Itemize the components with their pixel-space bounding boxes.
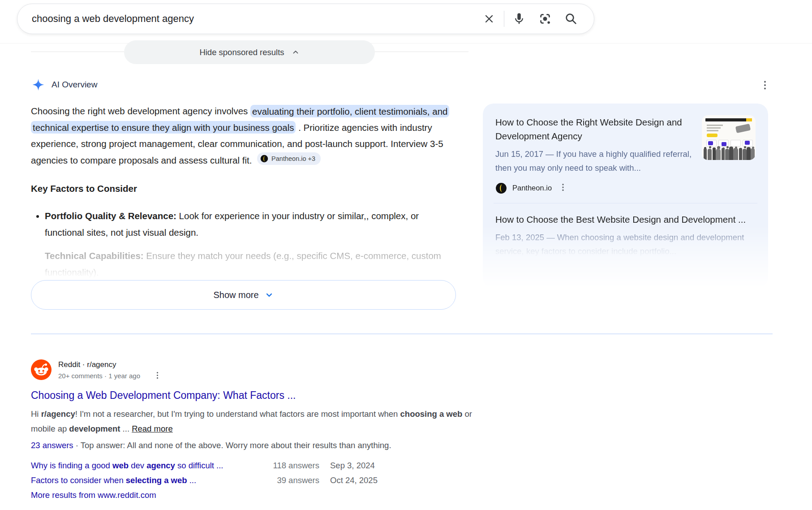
ai-overview-header: AI Overview — [31, 77, 456, 92]
snippet-bold: r/agency — [41, 409, 75, 419]
answers-line: 23 answers · Top answer: All and none of… — [31, 438, 483, 453]
hide-sponsored-results-button[interactable]: Hide sponsored results — [124, 40, 375, 64]
search-result-reddit: Reddit · r/agency 20+ comments · 1 year … — [31, 359, 483, 502]
search-bar-icons — [476, 8, 584, 30]
more-results-link[interactable]: More results from www.reddit.com — [31, 490, 156, 500]
reddit-favicon[interactable] — [31, 359, 52, 380]
search-input[interactable]: choosing a web development agency — [32, 13, 476, 25]
result-header: Reddit · r/agency 20+ comments · 1 year … — [31, 359, 483, 382]
result-menu-icon[interactable] — [152, 370, 163, 382]
result-sublinks: Why is finding a good web dev agency so … — [31, 458, 483, 488]
header-divider — [0, 43, 812, 43]
pantheon-logo-icon — [495, 182, 507, 194]
thumbnail-image-shape — [735, 124, 751, 133]
thumbnail-bubble-shape — [708, 141, 713, 145]
result-meta: 20+ comments · 1 year ago — [58, 371, 140, 381]
snippet-bold: development — [69, 424, 120, 433]
source-chip-button[interactable]: Pantheon.io +3 — [257, 152, 321, 165]
thumbnail-text-line — [707, 130, 718, 131]
key-factors-heading: Key Factors to Consider — [31, 181, 456, 197]
ai-overview-paragraph: Choosing the right web development agenc… — [31, 103, 456, 169]
snippet-text: Hi — [31, 409, 41, 419]
sublink-row-1-date: Sep 3, 2024 — [330, 458, 483, 473]
chevron-down-icon — [265, 290, 274, 299]
snippet-bold: choosing a web — [400, 409, 463, 419]
ai-overview-section: AI Overview Choosing the right web devel… — [31, 77, 456, 310]
thumbnail-accent — [746, 118, 752, 121]
thumbnail-header-bar — [705, 118, 752, 121]
search-bar[interactable]: choosing a web development agency — [17, 4, 594, 34]
bullet-bold-text: Portfolio Quality & Relevance: — [45, 211, 176, 221]
search-bar-divider — [504, 11, 504, 27]
show-more-container: Show more — [31, 280, 456, 310]
article-thumbnail[interactable] — [702, 115, 756, 160]
sublink-row-1-link[interactable]: Why is finding a good web dev agency so … — [31, 458, 258, 473]
clear-icon[interactable] — [476, 8, 502, 30]
source-menu-icon[interactable] — [557, 182, 569, 194]
ai-overview-bottom-divider — [31, 333, 773, 334]
hide-sponsored-results-label: Hide sponsored results — [199, 48, 284, 57]
source-card-title[interactable]: How to Choose the Best Website Design an… — [495, 212, 756, 226]
sublink-row-2-answers: 39 answers — [268, 473, 319, 488]
answers-count-link[interactable]: 23 answers — [31, 441, 73, 450]
result-source-block: Reddit · r/agency 20+ comments · 1 year … — [58, 359, 163, 382]
sublink-row-2-date: Oct 24, 2025 — [330, 473, 483, 488]
ai-overview-label: AI Overview — [52, 80, 97, 90]
result-snippet: Hi r/agency! I'm not a researcher, but I… — [31, 407, 483, 436]
thumbnail-bubble-shape — [745, 141, 750, 145]
result-title-link[interactable]: Choosing a Web Development Company: What… — [31, 389, 296, 402]
chevron-up-icon — [292, 48, 300, 56]
microphone-icon[interactable] — [506, 8, 532, 30]
show-more-button[interactable]: Show more — [31, 280, 456, 310]
sparkle-icon — [31, 78, 46, 91]
pantheon-logo-icon — [260, 155, 268, 163]
source-card-snippet: Feb 13, 2025 — When choosing a website d… — [495, 230, 756, 258]
result-source-name[interactable]: Reddit · r/agency — [58, 359, 163, 370]
card-divider — [494, 203, 757, 203]
ai-overview-sources-panel: How to Choose the Right Website Design a… — [483, 104, 768, 288]
thumbnail-button-shape — [707, 134, 717, 137]
snippet-text: ... — [120, 424, 132, 433]
source-card: How to Choose the Right Website Design a… — [495, 115, 756, 175]
source-attribution-row: Pantheon.io — [495, 182, 756, 194]
source-chip-label: Pantheon.io +3 — [271, 155, 315, 162]
sublink-row-2-link[interactable]: Factors to consider when selecting a web… — [31, 473, 258, 488]
more-results-link-row: More results from www.reddit.com — [31, 488, 483, 502]
show-more-label: Show more — [213, 290, 258, 300]
source-name[interactable]: Pantheon.io — [512, 184, 552, 192]
source-card: How to Choose the Best Website Design an… — [495, 212, 756, 258]
lens-camera-icon[interactable] — [532, 8, 558, 30]
list-item: Portfolio Quality & Relevance: Look for … — [45, 208, 456, 241]
top-answer-text: · Top answer: All and none of the above.… — [73, 441, 391, 450]
source-card-text: How to Choose the Right Website Design a… — [495, 115, 694, 175]
thumbnail-text-line — [707, 127, 721, 129]
snippet-text: ! I'm not a researcher, but I'm trying t… — [75, 409, 400, 419]
thumbnail-bubble-shape — [722, 142, 726, 146]
bullet-bold-text: Technical Capabilities: — [45, 251, 144, 261]
ai-overview-menu-icon[interactable] — [758, 79, 772, 93]
source-card-snippet: Jun 15, 2017 — If you have a highly qual… — [495, 147, 694, 175]
source-card-title[interactable]: How to Choose the Right Website Design a… — [495, 115, 694, 143]
sublink-row-1-answers: 118 answers — [268, 458, 319, 473]
thumbnail-crowd-bodies — [704, 148, 707, 160]
thumbnail-text-line — [707, 125, 723, 126]
paragraph-text: Choosing the right web development agenc… — [31, 106, 250, 116]
thumbnail-card-shape — [730, 140, 741, 147]
search-icon[interactable] — [558, 8, 584, 30]
read-more-link[interactable]: Read more — [132, 424, 173, 433]
